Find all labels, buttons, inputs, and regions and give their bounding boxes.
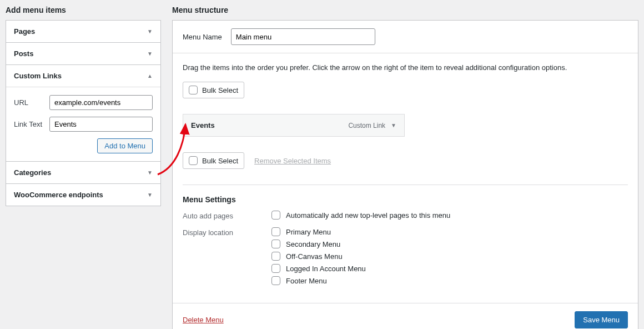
- location-label: Off-Canvas Menu: [286, 252, 343, 261]
- checkbox-icon[interactable]: [271, 240, 280, 248]
- location-label: Footer Menu: [286, 277, 327, 285]
- link-text-label: Link Text: [14, 120, 49, 128]
- url-label: URL: [14, 98, 49, 107]
- instructions-text: Drag the items into the order you prefer…: [183, 63, 628, 72]
- menu-item-events[interactable]: Events Custom Link ▼: [183, 114, 405, 137]
- categories-label: Categories: [14, 168, 51, 177]
- posts-label: Posts: [14, 49, 33, 58]
- checkbox-icon[interactable]: [189, 156, 198, 165]
- divider: [183, 185, 628, 185]
- bulk-select-label: Bulk Select: [202, 157, 238, 165]
- bulk-select-top[interactable]: Bulk Select: [183, 82, 244, 98]
- chevron-down-icon: ▼: [147, 28, 153, 34]
- bulk-select-bottom[interactable]: Bulk Select: [183, 152, 244, 169]
- bulk-select-label: Bulk Select: [202, 86, 238, 94]
- pages-section-header[interactable]: Pages ▼: [6, 21, 160, 42]
- location-offcanvas[interactable]: Off-Canvas Menu: [271, 252, 628, 261]
- categories-section-header[interactable]: Categories ▼: [6, 162, 160, 183]
- pages-label: Pages: [14, 27, 35, 36]
- location-label: Logged In Account Menu: [286, 265, 366, 273]
- menu-name-input[interactable]: [231, 28, 375, 45]
- chevron-down-icon: ▼: [147, 51, 153, 57]
- posts-section-header[interactable]: Posts ▼: [6, 43, 160, 64]
- checkbox-icon[interactable]: [271, 211, 280, 220]
- location-primary[interactable]: Primary Menu: [271, 227, 628, 236]
- display-location-label: Display location: [183, 227, 271, 237]
- location-label: Primary Menu: [286, 228, 331, 236]
- delete-menu-link[interactable]: Delete Menu: [183, 316, 224, 324]
- checkbox-icon[interactable]: [271, 276, 280, 285]
- menu-item-type: Custom Link: [348, 122, 385, 129]
- menu-settings-heading: Menu Settings: [183, 195, 628, 204]
- checkbox-icon[interactable]: [271, 227, 280, 236]
- chevron-down-icon[interactable]: ▼: [391, 122, 396, 128]
- checkbox-icon[interactable]: [189, 86, 198, 94]
- custom-links-label: Custom Links: [14, 72, 62, 80]
- add-to-menu-button[interactable]: Add to Menu: [97, 138, 153, 153]
- auto-add-option-label: Automatically add new top-level pages to…: [286, 211, 450, 220]
- menu-name-label: Menu Name: [183, 33, 222, 41]
- url-input[interactable]: [49, 95, 153, 110]
- menu-structure-heading: Menu structure: [172, 6, 638, 14]
- custom-links-section-header[interactable]: Custom Links ▲: [6, 65, 160, 87]
- save-menu-button[interactable]: Save Menu: [575, 311, 628, 328]
- remove-selected-link: Remove Selected Items: [254, 157, 331, 165]
- location-label: Secondary Menu: [286, 240, 340, 248]
- woocommerce-section-header[interactable]: WooCommerce endpoints ▼: [6, 184, 160, 206]
- checkbox-icon[interactable]: [271, 264, 280, 273]
- menu-structure-panel: Menu Name Drag the items into the order …: [172, 20, 638, 329]
- link-text-input[interactable]: [49, 117, 153, 132]
- chevron-down-icon: ▼: [147, 170, 153, 176]
- add-menu-items-heading: Add menu items: [6, 6, 161, 14]
- location-footer[interactable]: Footer Menu: [271, 276, 628, 285]
- auto-add-option[interactable]: Automatically add new top-level pages to…: [271, 211, 628, 220]
- menu-item-title: Events: [191, 121, 348, 129]
- location-loggedin[interactable]: Logged In Account Menu: [271, 264, 628, 273]
- accordion: Pages ▼ Posts ▼ Custom Links ▲ URL: [6, 20, 161, 206]
- woocommerce-label: WooCommerce endpoints: [14, 191, 103, 199]
- auto-add-pages-label: Auto add pages: [183, 211, 271, 220]
- chevron-down-icon: ▼: [147, 192, 153, 198]
- location-secondary[interactable]: Secondary Menu: [271, 240, 628, 248]
- chevron-up-icon: ▲: [147, 73, 153, 79]
- checkbox-icon[interactable]: [271, 252, 280, 261]
